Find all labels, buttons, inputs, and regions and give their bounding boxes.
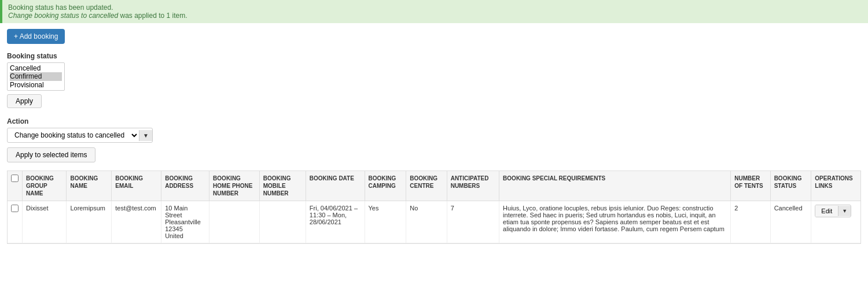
header-booking-group-name: BOOKING GROUP NAME [23,171,67,201]
status-option-provisional[interactable]: Provisional [10,81,62,89]
bookings-table-wrapper: BOOKING GROUP NAME BOOKING NAME BOOKING … [7,171,861,244]
row-num-tents: 2 [731,201,770,243]
table-header-row: BOOKING GROUP NAME BOOKING NAME BOOKING … [8,171,860,201]
edit-button-wrapper: Edit ▼ [815,205,851,217]
banner-line1: Booking status has been updated. [8,3,113,12]
row-special-requirements: Huius, Lyco, oratione locuples, rebus ip… [499,201,731,243]
success-banner: Booking status has been updated. Change … [0,0,868,23]
row-camping: Yes [365,201,406,243]
row-checkbox-cell [8,201,23,243]
header-booking-camping: BOOKING CAMPING [365,171,406,201]
header-booking-mobile: BOOKING MOBILE NUMBER [259,171,306,201]
row-booking-date: Fri, 04/06/2021 – 11:30 – Mon, 28/06/202… [306,201,365,243]
action-dropdown-arrow-icon[interactable]: ▼ [139,130,152,141]
header-special-requirements: BOOKING SPECIAL REQUIREMENTS [499,171,731,201]
row-email: test@test.com [112,201,161,243]
header-booking-status: BOOKING STATUS [770,171,811,201]
apply-selected-button[interactable]: Apply to selected items [7,147,95,162]
action-select[interactable]: Change booking status to cancelled [8,128,139,142]
row-home-phone [209,201,260,243]
header-booking-email: BOOKING EMAIL [112,171,161,201]
header-checkbox-col [8,171,23,201]
row-operations: Edit ▼ [811,201,860,243]
row-anticipated-numbers: 7 [447,201,499,243]
banner-line2-rest: was applied to 1 item. [118,12,187,20]
row-checkbox[interactable] [11,205,19,212]
status-option-cancelled[interactable]: Cancelled [10,64,62,72]
action-label: Action [7,117,861,125]
table-row: Dixisset Loremipsum test@test.com 10 Mai… [8,201,860,243]
row-status: Cancelled [770,201,811,243]
filter-section: Booking status Cancelled Confirmed Provi… [7,52,861,108]
row-group-name: Dixisset [23,201,67,243]
row-address: 10 Main StreetPleasantville12345United [161,201,209,243]
header-booking-name: BOOKING NAME [67,171,112,201]
add-booking-button[interactable]: + Add booking [7,29,65,44]
header-num-tents: NUMBER OF TENTS [731,171,770,201]
select-all-checkbox[interactable] [11,175,19,182]
row-mobile [259,201,306,243]
row-booking-name: Loremipsum [67,201,112,243]
header-booking-address: BOOKING ADDRESS [161,171,209,201]
booking-status-select[interactable]: Cancelled Confirmed Provisional [7,62,65,91]
header-anticipated-numbers: ANTICIPATED NUMBERS [447,171,499,201]
header-booking-centre: BOOKING CENTRE [406,171,447,201]
edit-button[interactable]: Edit [815,205,838,217]
action-select-wrapper: Change booking status to cancelled ▼ [7,128,153,143]
banner-line2-italic: Change booking status to cancelled [8,12,118,20]
header-booking-date: BOOKING DATE [306,171,365,201]
header-booking-home-phone: BOOKING HOME PHONE NUMBER [209,171,260,201]
action-section: Action Change booking status to cancelle… [7,117,861,162]
status-option-confirmed[interactable]: Confirmed [10,72,62,80]
header-operations-links: OPERATIONS LINKS [811,171,860,201]
booking-status-label: Booking status [7,52,861,60]
apply-filter-button[interactable]: Apply [7,94,42,108]
bookings-table: BOOKING GROUP NAME BOOKING NAME BOOKING … [8,171,860,243]
row-centre: No [406,201,447,243]
edit-dropdown-arrow-icon[interactable]: ▼ [838,206,851,216]
